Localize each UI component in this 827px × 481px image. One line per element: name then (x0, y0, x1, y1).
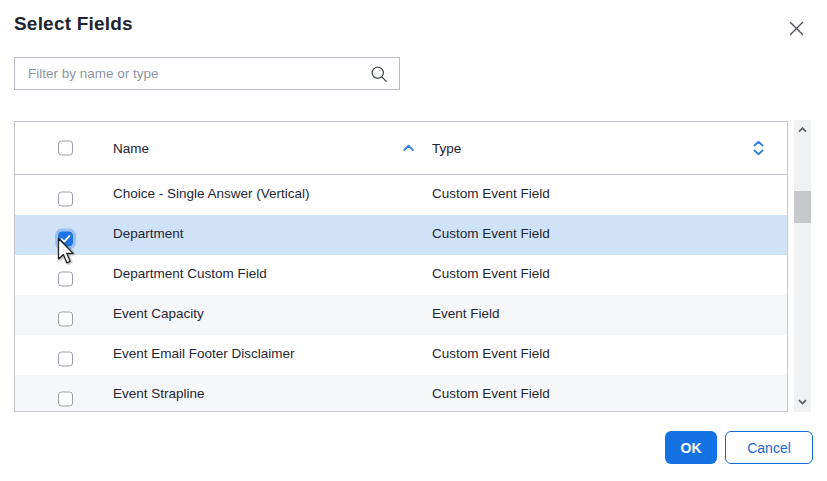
row-name-cell: Event Strapline (113, 386, 205, 401)
row-name-cell: Choice - Single Answer (Vertical) (113, 186, 310, 201)
row-checkbox[interactable] (58, 192, 73, 207)
table-scrollbar[interactable] (794, 120, 811, 412)
row-type-cell: Custom Event Field (432, 386, 550, 401)
scroll-up-button[interactable] (794, 122, 811, 138)
sort-toggle-icon[interactable] (752, 140, 765, 157)
table-body: Choice - Single Answer (Vertical) Custom… (15, 175, 787, 412)
table-row[interactable]: Event Strapline Custom Event Field (15, 375, 787, 412)
row-name-cell: Event Email Footer Disclaimer (113, 346, 295, 361)
chevron-down-icon (798, 399, 807, 405)
row-type-cell: Custom Event Field (432, 186, 550, 201)
dialog-title: Select Fields (14, 13, 133, 35)
row-name-cell: Department (113, 226, 184, 241)
filter-container (14, 57, 400, 90)
chevron-up-icon (798, 127, 807, 133)
table-header-row: Name Type (15, 122, 787, 175)
row-type-cell: Event Field (432, 306, 500, 321)
row-checkbox[interactable] (58, 312, 73, 327)
row-checkbox[interactable] (58, 352, 73, 367)
table-row[interactable]: Event Email Footer Disclaimer Custom Eve… (15, 335, 787, 375)
row-type-cell: Custom Event Field (432, 346, 550, 361)
column-header-type[interactable]: Type (432, 141, 461, 156)
filter-input[interactable] (15, 66, 370, 81)
table-row[interactable]: Department Custom Event Field (15, 215, 787, 255)
column-header-name[interactable]: Name (113, 141, 149, 156)
table-row[interactable]: Department Custom Field Custom Event Fie… (15, 255, 787, 295)
search-icon (370, 65, 388, 83)
scroll-down-button[interactable] (794, 394, 811, 410)
close-icon (789, 21, 804, 36)
row-checkbox[interactable] (58, 232, 73, 247)
scrollbar-thumb[interactable] (794, 191, 811, 223)
ok-button[interactable]: OK (665, 431, 717, 464)
row-checkbox[interactable] (58, 272, 73, 287)
fields-table: Name Type Choice - Single Answer (Vertic… (14, 121, 788, 412)
check-icon (60, 235, 71, 244)
row-type-cell: Custom Event Field (432, 226, 550, 241)
row-name-cell: Department Custom Field (113, 266, 267, 281)
table-row[interactable]: Event Capacity Event Field (15, 295, 787, 335)
sort-ascending-icon[interactable] (402, 144, 415, 153)
table-row[interactable]: Choice - Single Answer (Vertical) Custom… (15, 175, 787, 215)
select-all-checkbox[interactable] (58, 141, 73, 156)
cancel-button[interactable]: Cancel (725, 431, 813, 464)
row-name-cell: Event Capacity (113, 306, 204, 321)
row-type-cell: Custom Event Field (432, 266, 550, 281)
row-checkbox[interactable] (58, 392, 73, 407)
select-fields-dialog: Select Fields Name Type (0, 0, 827, 481)
close-button[interactable] (784, 16, 808, 40)
